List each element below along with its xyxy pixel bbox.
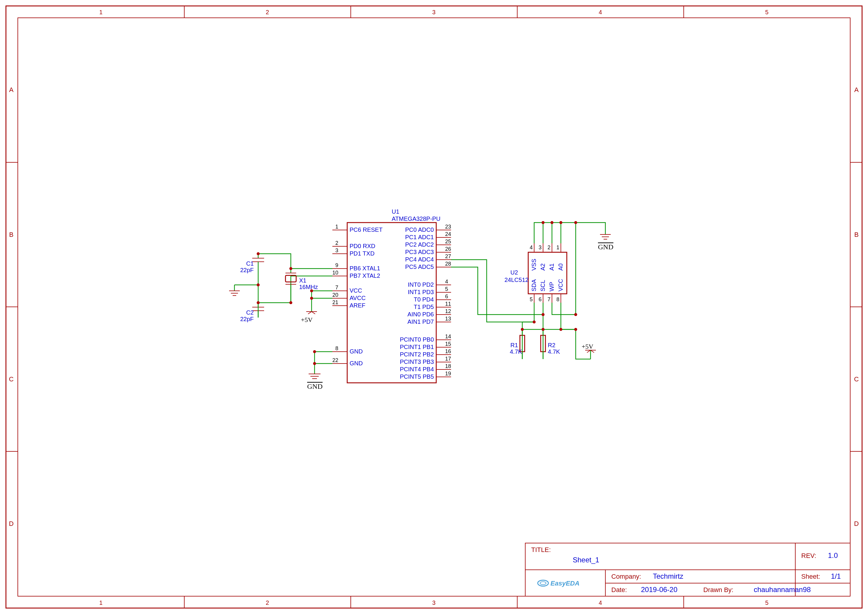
svg-text:SCL: SCL bbox=[539, 280, 546, 291]
svg-point-157 bbox=[257, 284, 260, 286]
svg-text:PCINT4 PB4: PCINT4 PB4 bbox=[400, 366, 434, 372]
svg-text:A1: A1 bbox=[549, 264, 555, 271]
svg-text:12: 12 bbox=[445, 309, 451, 314]
u1-right-pins: 23PC0 ADC0 24PC1 ADC1 25PC2 ADC2 26PC3 A… bbox=[400, 224, 451, 380]
svg-text:WP: WP bbox=[549, 282, 555, 291]
frame-col-1: 1 bbox=[99, 9, 102, 16]
power-5v-right: +5V bbox=[582, 343, 596, 359]
svg-point-163 bbox=[289, 301, 292, 304]
svg-text:5: 5 bbox=[530, 296, 533, 302]
svg-text:PC1 ADC1: PC1 ADC1 bbox=[405, 234, 434, 240]
frame-col-4: 4 bbox=[598, 9, 602, 16]
component-u1: U1 ATMEGA328P-PU 1 PC6 RESET 2 PD0 RXD 3… bbox=[332, 208, 451, 383]
svg-text:SDA: SDA bbox=[531, 279, 537, 291]
easyeda-logo: EasyEDA bbox=[538, 580, 580, 587]
svg-text:GND: GND bbox=[350, 348, 363, 355]
svg-text:PB7 XTAL2: PB7 XTAL2 bbox=[350, 273, 380, 279]
svg-text:11: 11 bbox=[445, 301, 451, 307]
svg-point-199 bbox=[542, 313, 544, 316]
svg-text:27: 27 bbox=[445, 253, 451, 259]
svg-text:16MHz: 16MHz bbox=[299, 284, 318, 290]
svg-text:PC6 RESET: PC6 RESET bbox=[350, 226, 383, 233]
svg-text:PD0 RXD: PD0 RXD bbox=[350, 243, 375, 249]
svg-text:T1 PD5: T1 PD5 bbox=[414, 304, 434, 310]
svg-text:GND: GND bbox=[598, 243, 614, 251]
u1-refdes: U1 bbox=[392, 208, 400, 215]
svg-text:AIN1 PD7: AIN1 PD7 bbox=[408, 318, 434, 325]
frame-row-A: A bbox=[9, 86, 14, 93]
svg-text:19: 19 bbox=[445, 371, 451, 377]
titleblock-title-label: TITLE: bbox=[531, 546, 551, 554]
svg-text:PC0 ADC0: PC0 ADC0 bbox=[405, 226, 434, 233]
svg-text:28: 28 bbox=[445, 261, 451, 267]
svg-point-164 bbox=[257, 252, 260, 255]
schematic-sheet: 1 2 3 4 5 1 2 3 4 5 A B C D A B C D U1 A… bbox=[0, 0, 868, 614]
titleblock-company: Techmirtz bbox=[653, 572, 684, 580]
gnd-label: GND bbox=[307, 383, 322, 390]
svg-text:B: B bbox=[854, 231, 859, 238]
svg-text:7: 7 bbox=[335, 285, 338, 290]
svg-text:INT0 PD2: INT0 PD2 bbox=[408, 281, 434, 288]
svg-text:20: 20 bbox=[332, 292, 338, 298]
svg-point-165 bbox=[257, 301, 260, 304]
svg-text:AVCC: AVCC bbox=[350, 295, 366, 301]
svg-text:1: 1 bbox=[556, 245, 560, 250]
gnd-symbol-left bbox=[229, 285, 240, 296]
svg-text:4: 4 bbox=[445, 279, 448, 285]
power-5v-label: +5V bbox=[301, 316, 313, 324]
svg-text:REV:: REV: bbox=[801, 552, 816, 560]
svg-text:4: 4 bbox=[530, 245, 533, 250]
gnd-symbol-right: GND bbox=[598, 234, 614, 251]
frame-col-5: 5 bbox=[765, 9, 768, 16]
svg-point-198 bbox=[533, 321, 536, 324]
svg-text:2: 2 bbox=[266, 600, 269, 606]
svg-text:9: 9 bbox=[335, 262, 338, 268]
svg-point-162 bbox=[289, 267, 292, 270]
svg-text:C1: C1 bbox=[246, 260, 254, 267]
svg-text:D: D bbox=[9, 520, 14, 527]
svg-text:8: 8 bbox=[335, 346, 338, 351]
svg-text:EasyEDA: EasyEDA bbox=[550, 580, 580, 587]
titleblock-sheet: 1/1 bbox=[831, 572, 841, 580]
svg-text:VCC: VCC bbox=[557, 279, 564, 291]
svg-point-178 bbox=[542, 221, 544, 224]
svg-text:18: 18 bbox=[445, 363, 451, 369]
u1-gnd: GND bbox=[307, 350, 332, 390]
svg-text:PCINT3 PB3: PCINT3 PB3 bbox=[400, 358, 434, 365]
svg-point-216 bbox=[540, 581, 546, 585]
svg-text:A2: A2 bbox=[539, 264, 546, 271]
svg-text:23: 23 bbox=[445, 224, 451, 230]
svg-text:B: B bbox=[9, 231, 14, 238]
svg-text:22pF: 22pF bbox=[240, 267, 254, 273]
svg-text:3: 3 bbox=[432, 600, 436, 606]
svg-text:R2: R2 bbox=[548, 342, 555, 348]
svg-text:2: 2 bbox=[547, 245, 550, 250]
svg-text:T0 PD4: T0 PD4 bbox=[414, 296, 434, 303]
svg-text:3: 3 bbox=[335, 248, 338, 253]
svg-text:PD1 TXD: PD1 TXD bbox=[350, 250, 375, 257]
component-x1: X1 16MHz bbox=[285, 268, 318, 303]
titleblock-title: Sheet_1 bbox=[573, 556, 599, 564]
frame-col-2: 2 bbox=[266, 9, 269, 16]
component-r2: R2 4.7K bbox=[541, 315, 560, 359]
svg-text:22: 22 bbox=[332, 357, 338, 363]
svg-point-202 bbox=[560, 328, 562, 331]
svg-text:10: 10 bbox=[332, 270, 338, 276]
u2-part: 24LC512 bbox=[504, 277, 529, 283]
svg-point-204 bbox=[521, 328, 524, 331]
svg-text:2: 2 bbox=[335, 240, 338, 246]
svg-text:1: 1 bbox=[99, 600, 102, 606]
svg-text:21: 21 bbox=[332, 299, 338, 305]
svg-rect-1 bbox=[18, 18, 850, 596]
svg-point-208 bbox=[574, 313, 577, 316]
svg-text:22pF: 22pF bbox=[240, 316, 254, 322]
svg-text:GND: GND bbox=[350, 360, 363, 366]
svg-text:VSS: VSS bbox=[531, 259, 537, 271]
svg-rect-0 bbox=[6, 6, 862, 608]
titleblock-drawn-by: chauhannaman98 bbox=[754, 586, 811, 594]
svg-text:A: A bbox=[854, 86, 859, 93]
svg-text:17: 17 bbox=[445, 356, 451, 362]
svg-text:PC3 ADC3: PC3 ADC3 bbox=[405, 249, 434, 255]
component-u2: U2 24LC512 4 3 2 1 VSS A2 A1 A0 5 6 7 8 … bbox=[504, 243, 567, 303]
svg-text:A0: A0 bbox=[557, 264, 564, 271]
